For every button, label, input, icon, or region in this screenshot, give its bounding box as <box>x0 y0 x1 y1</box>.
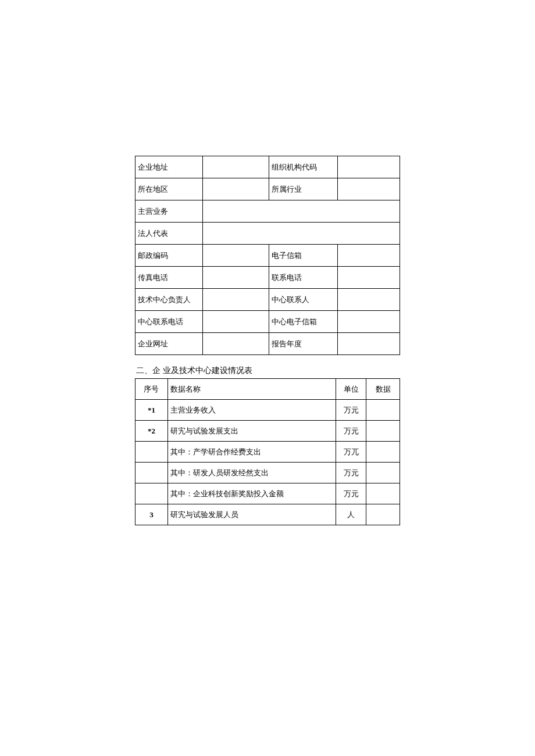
table-row: *2 研宄与试验发展支出 万元 <box>135 421 400 442</box>
row-data <box>366 504 400 525</box>
row-unit: 万兀 <box>336 442 366 463</box>
value-centerphone <box>202 311 269 333</box>
table-row: 邮政编码 电子信箱 <box>135 245 400 267</box>
row-name: 其中：产学研合作经费支出 <box>167 442 336 463</box>
row-data <box>366 421 400 442</box>
row-unit: 万元 <box>336 421 366 442</box>
table-row: *1 主营业务收入 万元 <box>135 400 400 421</box>
label-region: 所在地区 <box>135 178 203 200</box>
row-num <box>135 483 168 504</box>
row-num: *2 <box>135 421 168 442</box>
row-name: 研宄与试验发展人员 <box>167 504 336 525</box>
row-num: 3 <box>135 504 168 525</box>
label-fax: 传真电话 <box>135 267 203 289</box>
row-data <box>366 442 400 463</box>
row-unit: 万元 <box>336 483 366 504</box>
label-email: 电子信箱 <box>269 245 338 267</box>
table-row: 主营业务 <box>135 200 400 223</box>
section-title: 二、企 业及技术中心建设情况表 <box>135 366 400 376</box>
table-row: 所在地区 所属行业 <box>135 178 400 200</box>
header-unit: 单位 <box>336 379 366 400</box>
row-num <box>135 463 168 483</box>
label-postal: 邮政编码 <box>135 245 203 267</box>
row-unit: 人 <box>336 504 366 525</box>
tech-center-table: 序号 数据名称 单位 数据 *1 主营业务收入 万元 *2 研宄与试验发展支出 … <box>135 378 400 525</box>
table-header-row: 序号 数据名称 单位 数据 <box>135 379 400 400</box>
label-industry: 所属行业 <box>269 178 338 200</box>
table-row: 3 研宄与试验发展人员 人 <box>135 504 400 525</box>
value-phone <box>338 267 400 289</box>
value-region <box>202 178 269 200</box>
value-fax <box>202 267 269 289</box>
value-legalrep <box>202 223 400 245</box>
enterprise-info-table: 企业地址 组织机构代码 所在地区 所属行业 主营业务 法人代表 邮政编码 电子信… <box>135 156 400 355</box>
row-data <box>366 400 400 421</box>
header-num: 序号 <box>135 379 168 400</box>
row-name: 其中：研发人员研发经然支出 <box>167 463 336 483</box>
value-website <box>202 333 269 355</box>
value-reportyear <box>338 333 400 355</box>
table-row: 企业地址 组织机构代码 <box>135 156 400 178</box>
value-mainbiz <box>202 200 400 223</box>
row-name: 研宄与试验发展支出 <box>167 421 336 442</box>
label-contact: 中心联系人 <box>269 289 338 311</box>
label-centerphone: 中心联系电话 <box>135 311 203 333</box>
label-centeremail: 中心电子信箱 <box>269 311 338 333</box>
row-data <box>366 483 400 504</box>
row-num: *1 <box>135 400 168 421</box>
row-num <box>135 442 168 463</box>
table-row: 其中：企业科技创新奖励投入金额 万元 <box>135 483 400 504</box>
label-phone: 联系电话 <box>269 267 338 289</box>
row-data <box>366 463 400 483</box>
header-name: 数据名称 <box>167 379 336 400</box>
value-techlead <box>202 289 269 311</box>
table-row: 其中：研发人员研发经然支出 万元 <box>135 463 400 483</box>
row-unit: 万元 <box>336 463 366 483</box>
value-contact <box>338 289 400 311</box>
row-name: 主营业务收入 <box>167 400 336 421</box>
table-row: 传真电话 联系电话 <box>135 267 400 289</box>
value-industry <box>338 178 400 200</box>
label-reportyear: 报告年度 <box>269 333 338 355</box>
header-data: 数据 <box>366 379 400 400</box>
value-address <box>202 156 269 178</box>
value-postal <box>202 245 269 267</box>
label-techlead: 技术中心负责人 <box>135 289 203 311</box>
table-row: 中心联系电话 中心电子信箱 <box>135 311 400 333</box>
label-address: 企业地址 <box>135 156 203 178</box>
label-legalrep: 法人代表 <box>135 223 203 245</box>
row-unit: 万元 <box>336 400 366 421</box>
table-row: 其中：产学研合作经费支出 万兀 <box>135 442 400 463</box>
label-mainbiz: 主营业务 <box>135 200 203 223</box>
row-name: 其中：企业科技创新奖励投入金额 <box>167 483 336 504</box>
value-orgcode <box>338 156 400 178</box>
label-website: 企业网址 <box>135 333 203 355</box>
label-orgcode: 组织机构代码 <box>269 156 338 178</box>
table-row: 企业网址 报告年度 <box>135 333 400 355</box>
value-email <box>338 245 400 267</box>
table-row: 法人代表 <box>135 223 400 245</box>
table-row: 技术中心负责人 中心联系人 <box>135 289 400 311</box>
value-centeremail <box>338 311 400 333</box>
